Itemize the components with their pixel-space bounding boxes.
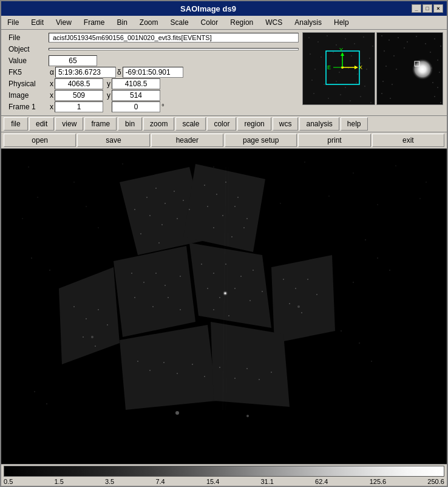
svg-point-151 bbox=[95, 346, 96, 347]
svg-marker-97 bbox=[189, 243, 271, 328]
svg-point-186 bbox=[46, 403, 47, 404]
svg-point-150 bbox=[83, 336, 84, 338]
object-label: Object bbox=[6, 44, 49, 55]
svg-point-74 bbox=[73, 182, 74, 182]
tool-color[interactable]: color bbox=[207, 117, 236, 131]
svg-point-123 bbox=[231, 236, 232, 237]
tool-frame[interactable]: frame bbox=[84, 117, 117, 131]
svg-point-52 bbox=[440, 46, 441, 47]
value-number: 65 bbox=[49, 55, 97, 66]
menu-help[interactable]: Help bbox=[330, 17, 353, 28]
svg-point-82 bbox=[426, 182, 426, 182]
svg-point-15 bbox=[369, 58, 370, 59]
svg-point-66 bbox=[381, 93, 382, 94]
colorbar-label-1: 1.5 bbox=[54, 478, 63, 485]
main-window: SAOImage ds9 _ □ × File Edit View Frame … bbox=[0, 0, 448, 487]
svg-point-33 bbox=[370, 102, 372, 103]
colorbar-label-8: 250.6 bbox=[427, 478, 444, 485]
svg-point-111 bbox=[189, 209, 190, 210]
menu-frame[interactable]: Frame bbox=[80, 17, 109, 28]
menu-bin[interactable]: Bin bbox=[114, 17, 131, 28]
svg-point-51 bbox=[434, 38, 435, 39]
menu-scale[interactable]: Scale bbox=[167, 17, 192, 28]
svg-point-28 bbox=[313, 93, 314, 94]
menu-region[interactable]: Region bbox=[226, 17, 257, 28]
svg-point-22 bbox=[311, 80, 313, 81]
svg-point-31 bbox=[350, 100, 351, 101]
svg-point-11 bbox=[333, 52, 334, 53]
menu-view[interactable]: View bbox=[52, 17, 75, 28]
object-value bbox=[49, 48, 299, 50]
tool-view[interactable]: view bbox=[55, 117, 83, 131]
svg-point-8 bbox=[372, 46, 373, 47]
svg-point-126 bbox=[143, 282, 144, 283]
svg-point-29 bbox=[328, 98, 329, 99]
svg-point-155 bbox=[316, 294, 317, 295]
action-save[interactable]: save bbox=[77, 134, 149, 147]
tool-analysis[interactable]: analysis bbox=[299, 117, 339, 131]
action-header[interactable]: header bbox=[151, 134, 223, 147]
menu-edit[interactable]: Edit bbox=[27, 17, 47, 28]
action-open[interactable]: open bbox=[4, 134, 76, 147]
svg-point-7 bbox=[363, 36, 364, 38]
window-controls: _ □ × bbox=[412, 4, 443, 13]
action-page-setup[interactable]: page setup bbox=[225, 134, 297, 147]
svg-point-121 bbox=[246, 218, 248, 219]
svg-point-130 bbox=[134, 297, 135, 298]
img-x-label: x bbox=[49, 91, 55, 100]
svg-text:Y: Y bbox=[339, 47, 343, 53]
svg-point-165 bbox=[234, 378, 236, 379]
main-canvas bbox=[1, 149, 447, 464]
svg-point-104 bbox=[165, 203, 166, 204]
svg-point-144 bbox=[213, 309, 214, 310]
svg-point-154 bbox=[307, 279, 308, 280]
tool-edit[interactable]: edit bbox=[29, 117, 54, 131]
tool-bin[interactable]: bin bbox=[118, 117, 142, 131]
close-button[interactable]: × bbox=[433, 4, 443, 13]
svg-point-107 bbox=[134, 209, 135, 210]
svg-point-168 bbox=[271, 372, 272, 373]
svg-point-132 bbox=[168, 297, 169, 298]
tool-zoom[interactable]: zoom bbox=[143, 117, 174, 131]
menu-wcs[interactable]: WCS bbox=[262, 17, 286, 28]
svg-rect-0 bbox=[303, 33, 375, 105]
svg-point-134 bbox=[201, 264, 202, 265]
svg-point-173 bbox=[246, 415, 249, 417]
menu-zoom[interactable]: Zoom bbox=[136, 17, 162, 28]
svg-point-23 bbox=[324, 84, 325, 85]
delta-symbol: δ bbox=[116, 68, 123, 77]
minimize-button[interactable]: _ bbox=[412, 4, 421, 13]
info-fields: File acisfJ0519345m690156_001N020_evt3.f… bbox=[4, 31, 301, 114]
svg-point-13 bbox=[351, 55, 352, 56]
tool-wcs[interactable]: wcs bbox=[273, 117, 299, 131]
action-print[interactable]: print bbox=[298, 134, 370, 147]
menu-analysis[interactable]: Analysis bbox=[291, 17, 325, 28]
svg-point-1 bbox=[308, 37, 310, 38]
svg-point-116 bbox=[225, 182, 226, 183]
svg-point-50 bbox=[425, 43, 426, 44]
menu-color[interactable]: Color bbox=[197, 17, 222, 28]
svg-point-63 bbox=[392, 84, 393, 85]
colorbar-labels: 0.5 1.5 3.5 7.4 15.4 31.1 62.4 125.6 250… bbox=[1, 478, 447, 485]
tool-scale[interactable]: scale bbox=[175, 117, 206, 131]
tool-file[interactable]: file bbox=[4, 117, 28, 131]
svg-point-110 bbox=[177, 218, 178, 219]
svg-point-118 bbox=[207, 206, 208, 207]
svg-point-145 bbox=[228, 315, 229, 316]
action-exit[interactable]: exit bbox=[372, 134, 444, 147]
small-preview-svg bbox=[377, 33, 443, 105]
svg-point-175 bbox=[297, 305, 300, 308]
tool-region[interactable]: region bbox=[237, 117, 271, 131]
svg-point-117 bbox=[237, 197, 239, 198]
svg-point-54 bbox=[393, 55, 395, 56]
svg-point-59 bbox=[396, 69, 397, 70]
menu-file[interactable]: File bbox=[4, 17, 22, 28]
svg-point-171 bbox=[222, 290, 228, 296]
svg-point-184 bbox=[371, 361, 372, 362]
maximize-button[interactable]: □ bbox=[423, 4, 432, 13]
svg-point-25 bbox=[345, 87, 346, 88]
frame-y-value: 0 bbox=[112, 101, 160, 112]
tool-help[interactable]: help bbox=[341, 117, 368, 131]
small-preview bbox=[376, 32, 443, 105]
physical-row: Physical x 4068.5 y 4108.5 bbox=[6, 78, 299, 89]
